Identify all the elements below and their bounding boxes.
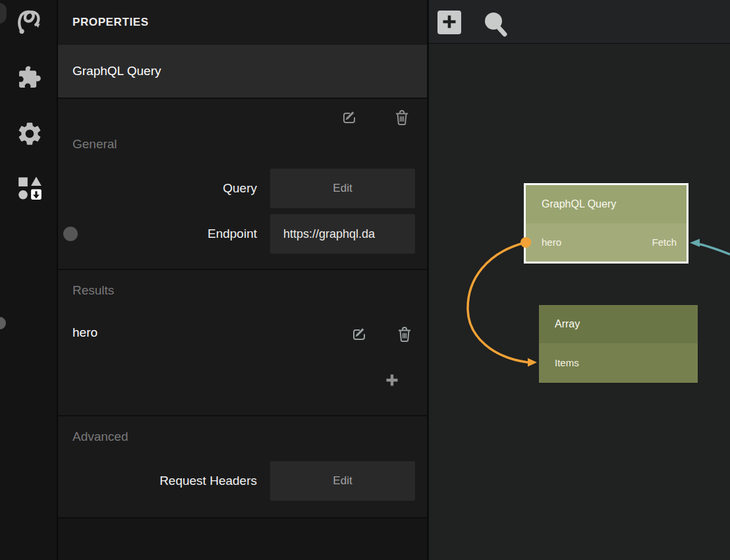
trash-icon [396, 334, 413, 345]
port-items[interactable]: Items [555, 343, 579, 383]
trash-icon [393, 117, 410, 128]
endpoint-label: Endpoint [58, 214, 257, 254]
components-icon [16, 173, 43, 204]
port-fetch[interactable]: Fetch [652, 223, 677, 262]
endpoint-row: Endpoint https://graphql.da [58, 214, 427, 254]
node-graphql-query[interactable]: GraphQL Query hero Fetch [524, 183, 688, 264]
node-canvas[interactable]: GraphQL Query hero Fetch Array Items [429, 0, 730, 560]
section-title-advanced: Advanced [72, 430, 128, 444]
node-ports: hero Fetch [526, 223, 687, 262]
selected-node-row: GraphQL Query [58, 45, 427, 98]
add-node-icon [441, 13, 458, 32]
request-headers-label: Request Headers [58, 461, 257, 501]
section-divider [58, 415, 427, 416]
section-divider [58, 98, 427, 99]
sidebar-item-components[interactable] [14, 173, 45, 204]
add-node-button[interactable] [437, 11, 461, 34]
connection-to-fetch [690, 239, 730, 255]
query-edit-button[interactable]: Edit [270, 169, 415, 208]
properties-panel-title: PROPERTIES [58, 0, 427, 45]
panel-divider[interactable] [427, 0, 429, 560]
selected-node-title: GraphQL Query [72, 45, 161, 98]
request-headers-edit-button[interactable]: Edit [270, 461, 415, 501]
node-title: Array [539, 305, 698, 343]
connection-wires [429, 0, 730, 560]
port-hero[interactable]: hero [542, 223, 561, 262]
plus-icon [385, 378, 399, 389]
puzzle-icon [16, 65, 43, 95]
section-title-results: Results [72, 283, 114, 298]
node-ports: Items [539, 343, 698, 383]
delete-node-button[interactable] [393, 109, 410, 129]
sidebar [0, 0, 58, 560]
search-icon [482, 29, 509, 39]
sidebar-item-settings[interactable] [14, 120, 45, 150]
section-title-general: General [72, 137, 117, 152]
sidebar-item-nodes[interactable] [14, 7, 45, 38]
result-item-label: hero [72, 325, 98, 340]
canvas-toolbar [429, 0, 730, 44]
delete-result-button[interactable] [396, 325, 413, 346]
add-result-button[interactable] [385, 373, 399, 390]
gear-icon [16, 120, 43, 150]
node-array[interactable]: Array Items [539, 305, 698, 383]
result-item-row: hero [58, 325, 427, 345]
noodl-logo-icon [15, 6, 44, 39]
properties-footer [58, 518, 427, 560]
edit-icon [340, 117, 358, 128]
node-title: GraphQL Query [526, 185, 687, 223]
rename-result-button[interactable] [350, 325, 368, 346]
section-divider [58, 269, 427, 270]
query-label: Query [58, 169, 257, 208]
endpoint-input[interactable]: https://graphql.da [270, 214, 415, 254]
rename-node-button[interactable] [340, 108, 358, 129]
properties-panel: PROPERTIES GraphQL Query Gene [58, 0, 427, 560]
query-row: Query Edit [58, 169, 427, 208]
canvas-search-button[interactable] [482, 8, 509, 37]
edit-icon [350, 334, 368, 345]
sidebar-item-plugins[interactable] [14, 65, 45, 95]
request-headers-row: Request Headers Edit [58, 461, 427, 501]
